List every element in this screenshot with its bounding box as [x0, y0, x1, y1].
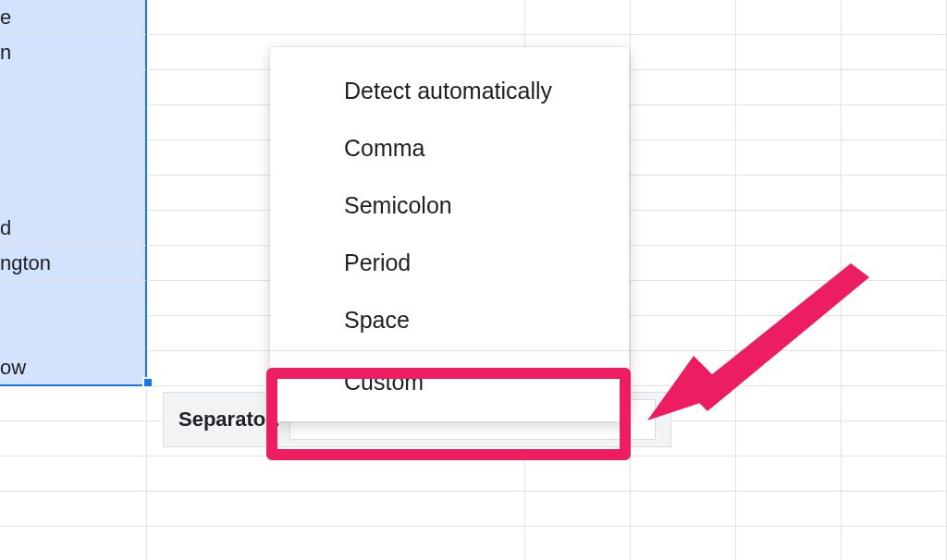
- cell[interactable]: [736, 211, 842, 246]
- cell[interactable]: [842, 316, 947, 351]
- cell[interactable]: [0, 105, 147, 140]
- cell[interactable]: ow: [0, 351, 147, 386]
- cell[interactable]: [736, 316, 842, 351]
- menu-item-period[interactable]: Period: [270, 234, 629, 291]
- separator-menu: Detect automatically Comma Semicolon Per…: [270, 47, 629, 421]
- menu-item-space[interactable]: Space: [270, 291, 629, 348]
- menu-item-semicolon[interactable]: Semicolon: [270, 177, 629, 234]
- cell[interactable]: [736, 281, 842, 316]
- cell[interactable]: [842, 35, 947, 70]
- cell[interactable]: e: [0, 0, 147, 35]
- cell-value: ngton: [0, 251, 51, 275]
- cell[interactable]: [631, 457, 736, 492]
- menu-item-label: Custom: [344, 369, 424, 396]
- cell[interactable]: [736, 0, 842, 35]
- cell[interactable]: [842, 140, 947, 176]
- cell[interactable]: [147, 527, 525, 560]
- cell[interactable]: [525, 492, 631, 527]
- cell[interactable]: [631, 246, 736, 281]
- cell[interactable]: [736, 176, 842, 211]
- cell[interactable]: [0, 386, 147, 421]
- cell-value: d: [0, 216, 11, 240]
- cell[interactable]: [525, 527, 631, 560]
- cell[interactable]: [147, 0, 525, 35]
- cell[interactable]: [631, 211, 736, 246]
- cell[interactable]: [842, 246, 947, 281]
- menu-item-label: Detect automatically: [344, 78, 552, 104]
- separator-label: Separator:: [178, 408, 280, 432]
- cell[interactable]: [736, 246, 842, 281]
- menu-item-label: Space: [344, 307, 410, 334]
- cell[interactable]: [0, 457, 147, 492]
- cell[interactable]: [842, 281, 947, 316]
- cell[interactable]: [736, 421, 842, 457]
- cell[interactable]: [631, 492, 736, 527]
- cell[interactable]: [147, 457, 525, 492]
- cell[interactable]: [0, 281, 147, 316]
- cell[interactable]: [525, 457, 631, 492]
- menu-separator: [270, 350, 629, 351]
- cell[interactable]: [842, 70, 947, 105]
- cell[interactable]: [631, 105, 736, 140]
- cell[interactable]: [842, 0, 947, 35]
- cell[interactable]: [736, 70, 842, 105]
- cell[interactable]: [736, 351, 842, 386]
- cell[interactable]: [736, 35, 842, 70]
- menu-item-label: Period: [344, 250, 411, 276]
- cell[interactable]: [736, 457, 842, 492]
- cell[interactable]: [631, 281, 736, 316]
- cell[interactable]: [631, 140, 736, 176]
- cell-value: e: [0, 6, 11, 30]
- cell[interactable]: [842, 176, 947, 211]
- cell[interactable]: [736, 105, 842, 140]
- menu-item-custom[interactable]: Custom: [270, 353, 629, 410]
- cell[interactable]: [842, 211, 947, 246]
- cell[interactable]: [0, 176, 147, 211]
- menu-item-comma[interactable]: Comma: [270, 119, 629, 177]
- cell[interactable]: [0, 140, 147, 176]
- cell[interactable]: [842, 457, 947, 492]
- menu-item-label: Comma: [344, 135, 425, 162]
- cell-value: ow: [0, 356, 26, 380]
- cell[interactable]: [842, 386, 947, 421]
- cell[interactable]: [842, 421, 947, 457]
- cell[interactable]: d: [0, 211, 147, 246]
- cell[interactable]: [147, 492, 525, 527]
- menu-item-detect-automatically[interactable]: Detect automatically: [270, 62, 629, 119]
- cell[interactable]: [0, 421, 147, 457]
- menu-item-label: Semicolon: [344, 192, 452, 219]
- cell[interactable]: [631, 176, 736, 211]
- cell[interactable]: [0, 492, 147, 527]
- cell[interactable]: [631, 35, 736, 70]
- cell[interactable]: [631, 527, 736, 560]
- cell[interactable]: [842, 527, 947, 560]
- selection-handle[interactable]: [142, 377, 154, 388]
- cell[interactable]: [842, 351, 947, 386]
- cell-value: n: [0, 41, 11, 65]
- cell[interactable]: [842, 492, 947, 527]
- cell[interactable]: [736, 527, 842, 560]
- cell[interactable]: [0, 316, 147, 351]
- cell[interactable]: [631, 70, 736, 105]
- cell[interactable]: [736, 386, 842, 421]
- cell[interactable]: [525, 0, 631, 35]
- cell[interactable]: n: [0, 35, 147, 70]
- cell[interactable]: [736, 140, 842, 176]
- cell[interactable]: [0, 527, 147, 560]
- cell[interactable]: [736, 492, 842, 527]
- cell[interactable]: [631, 351, 736, 386]
- cell[interactable]: [0, 70, 147, 105]
- cell[interactable]: ngton: [0, 246, 147, 281]
- cell[interactable]: [631, 0, 736, 35]
- cell[interactable]: [842, 105, 947, 140]
- cell[interactable]: [631, 316, 736, 351]
